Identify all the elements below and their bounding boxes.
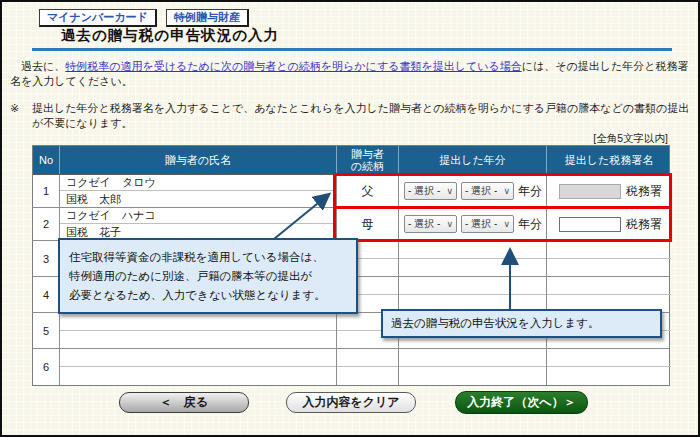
row-number: 6	[33, 349, 60, 385]
clear-input-button[interactable]: 入力内容をクリア	[286, 392, 416, 413]
office-suffix-label: 税務署	[626, 183, 662, 200]
donor-name-cell: コクゼイ ハナコ 国税 花子	[60, 208, 337, 240]
year-cell	[399, 277, 547, 312]
office-cell	[547, 349, 671, 385]
row-number: 2	[33, 208, 60, 240]
conditions-link[interactable]: 特例税率の適用を受けるために次の贈与者との続柄を明らかにする書類を提出している場…	[65, 60, 521, 72]
header-year: 提出した年分	[399, 146, 547, 174]
year-era-select[interactable]: - 選択 -∨	[404, 182, 457, 200]
header-donor-name: 贈与者の氏名	[60, 146, 337, 174]
gift-tax-entry-screen: マイナンバーカード 特例贈与財産 過去の贈与税の申告状況の入力 過去に、特例税率…	[0, 0, 700, 437]
donor-kana: コクゼイ ハナコ	[60, 208, 336, 224]
office-cell: 税務署	[547, 175, 671, 207]
year-number-select[interactable]: - 選択 -∨	[461, 182, 514, 200]
badge-mynumber-card: マイナンバーカード	[39, 9, 157, 27]
row-number: 5	[33, 313, 60, 348]
intro-pre-text: 過去に、	[10, 60, 65, 72]
year-era-select-value: - 選択 -	[408, 217, 440, 231]
header-relation: 贈与者 の続柄	[337, 146, 399, 174]
chevron-down-icon: ∨	[503, 186, 510, 196]
table-row: 1 コクゼイ タロウ 国税 太郎 父 - 選択 -∨ - 選択 -∨ 年分 税務…	[33, 175, 669, 208]
office-cell	[547, 277, 671, 312]
header-no: No	[33, 146, 60, 174]
year-suffix-label: 年分	[518, 216, 542, 233]
header-relation-line2: の続柄	[351, 160, 384, 172]
page-title: 過去の贈与税の申告状況の入力	[61, 26, 279, 45]
chevron-down-icon: ∨	[446, 219, 453, 229]
office-suffix-label: 税務署	[626, 216, 662, 233]
donor-kanji: 国税 太郎	[60, 191, 336, 207]
year-suffix-label: 年分	[518, 183, 542, 200]
year-cell	[399, 241, 547, 276]
intro-paragraph: 過去に、特例税率の適用を受けるために次の贈与者との続柄を明らかにする書類を提出し…	[10, 59, 698, 89]
note-marker: ※	[10, 101, 32, 131]
tax-office-input-disabled[interactable]	[559, 184, 621, 199]
chevron-down-icon: ∨	[503, 219, 510, 229]
year-cell	[399, 349, 547, 385]
back-button[interactable]: ＜ 戻る	[119, 392, 249, 413]
row-number: 3	[33, 241, 60, 276]
chevron-down-icon: ∨	[446, 186, 453, 196]
callout-left-line2: 特例適用のために別途、戸籍の謄本等の提出が	[69, 267, 347, 286]
year-era-select[interactable]: - 選択 -∨	[404, 215, 457, 233]
title-underline	[32, 48, 672, 51]
entry-hint-callout: 過去の贈与税の申告状況を入力します。	[381, 309, 662, 338]
row-number: 4	[33, 277, 60, 312]
disabled-input-callout: 住宅取得等資金の非課税を適用している場合は、 特例適用のために別途、戸籍の謄本等…	[58, 238, 358, 314]
next-button[interactable]: 入力終了（次へ）＞	[455, 391, 588, 414]
relation-value: 父	[337, 175, 399, 207]
donor-name-cell: コクゼイ タロウ 国税 太郎	[60, 175, 337, 207]
char-limit-hint: [全角5文字以内]	[593, 132, 668, 146]
header-tax-office: 提出した税務署名	[547, 146, 671, 174]
year-cell: - 選択 -∨ - 選択 -∨ 年分	[399, 208, 547, 240]
year-number-select[interactable]: - 選択 -∨	[461, 215, 514, 233]
year-number-select-value: - 選択 -	[465, 184, 497, 198]
relation-value: 母	[337, 208, 399, 240]
donor-name-cell	[60, 349, 337, 385]
header-relation-line1: 贈与者	[351, 148, 384, 160]
table-header-row: No 贈与者の氏名 贈与者 の続柄 提出した年分 提出した税務署名	[33, 146, 669, 175]
donor-kana: コクゼイ タロウ	[60, 175, 336, 191]
note-text: 提出した年分と税務署名を入力することで、あなたとこれらを入力した贈与者との続柄を…	[32, 101, 690, 131]
office-cell: 税務署	[547, 208, 671, 240]
row-number: 1	[33, 175, 60, 207]
relation-cell	[337, 349, 399, 385]
year-cell: - 選択 -∨ - 選択 -∨ 年分	[399, 175, 547, 207]
year-number-select-value: - 選択 -	[465, 217, 497, 231]
callout-left-line3: 必要となるため、入力できない状態となります。	[69, 286, 347, 305]
donor-name-cell	[60, 313, 337, 348]
badge-special-gift-property: 特例贈与財産	[166, 9, 249, 27]
table-row: 2 コクゼイ ハナコ 国税 花子 母 - 選択 -∨ - 選択 -∨ 年分 税務…	[33, 208, 669, 241]
note-paragraph: ※ 提出した年分と税務署名を入力することで、あなたとこれらを入力した贈与者との続…	[10, 101, 698, 131]
office-cell	[547, 241, 671, 276]
callout-left-line1: 住宅取得等資金の非課税を適用している場合は、	[69, 248, 347, 267]
year-era-select-value: - 選択 -	[408, 184, 440, 198]
tax-office-input[interactable]	[559, 217, 621, 232]
table-row-empty: 6	[33, 349, 669, 385]
